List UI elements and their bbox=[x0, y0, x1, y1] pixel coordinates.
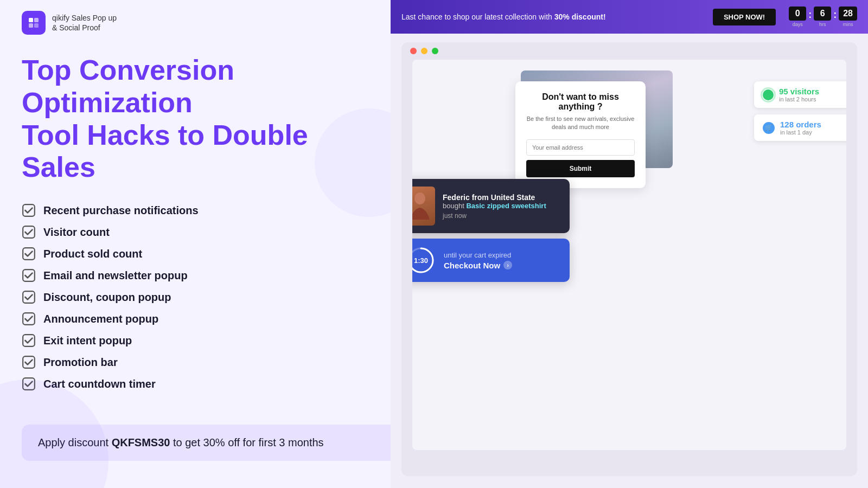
svg-point-13 bbox=[414, 192, 425, 204]
checkmark-icon bbox=[22, 268, 36, 282]
promo-bar-text: Last chance to shop our latest collectio… bbox=[401, 12, 704, 21]
checkmark-icon bbox=[22, 203, 36, 217]
feature-item: Exit intent popup bbox=[22, 333, 380, 348]
feature-item: Email and newsletter popup bbox=[22, 268, 380, 282]
orders-icon: 🛒 bbox=[763, 122, 775, 134]
logo-svg bbox=[27, 16, 40, 29]
browser-content: Don't want to miss anything ? Be the fir… bbox=[412, 60, 846, 450]
timer-message: until your cart expired Checkout Now › bbox=[444, 251, 512, 270]
feature-item: Product sold count bbox=[22, 247, 380, 261]
feature-item: Cart countdown timer bbox=[22, 377, 380, 391]
cart-timer: 1:30 until your cart expired Checkout No… bbox=[412, 239, 570, 282]
email-popup-subtitle: Be the first to see new arrivals, exclus… bbox=[526, 115, 635, 132]
email-popup: Don't want to miss anything ? Be the fir… bbox=[515, 81, 646, 188]
visitors-badge: 95 visitors in last 2 hours bbox=[754, 81, 846, 108]
checkmark-icon bbox=[22, 355, 36, 369]
checkmark-icon bbox=[22, 333, 36, 348]
purchase-notification: Federic from United State bought Basic z… bbox=[412, 179, 570, 233]
badge-panel: 95 visitors in last 2 hours 🛒 128 orders… bbox=[754, 81, 846, 141]
left-content: Top Conversion Optimization Tool Hacks t… bbox=[22, 54, 380, 391]
close-dot bbox=[410, 48, 417, 54]
checkout-arrow-icon: › bbox=[503, 261, 512, 269]
submit-button[interactable]: Submit bbox=[526, 160, 635, 177]
minimize-dot bbox=[421, 48, 427, 54]
bg-circle-1 bbox=[0, 380, 108, 488]
feature-list: Recent purchase notifications Visitor co… bbox=[22, 203, 380, 391]
browser-titlebar bbox=[401, 42, 857, 60]
checkmark-icon bbox=[22, 247, 36, 261]
feature-item: Visitor count bbox=[22, 225, 380, 239]
logo-icon bbox=[22, 11, 46, 35]
visitor-status-icon bbox=[763, 89, 774, 100]
promo-bar: Last chance to shop our latest collectio… bbox=[391, 0, 868, 34]
maximize-dot bbox=[432, 48, 438, 54]
notif-avatar bbox=[412, 187, 435, 226]
orders-badge: 🛒 128 orders in last 1 day bbox=[754, 114, 846, 141]
timer-days: 0 days bbox=[789, 7, 806, 27]
svg-rect-3 bbox=[34, 23, 39, 28]
shop-now-button[interactable]: SHOP NOW! bbox=[713, 9, 776, 25]
timer-hrs: 6 hrs bbox=[814, 7, 831, 27]
email-popup-title: Don't want to miss anything ? bbox=[526, 92, 635, 112]
svg-rect-1 bbox=[34, 18, 39, 22]
checkmark-icon bbox=[22, 290, 36, 304]
svg-rect-2 bbox=[29, 23, 33, 28]
feature-item: Discount, coupon popup bbox=[22, 290, 380, 304]
svg-rect-0 bbox=[29, 18, 33, 22]
browser-window: Don't want to miss anything ? Be the fir… bbox=[401, 42, 857, 476]
logo-text: qikify Sales Pop up & Social Proof bbox=[52, 13, 117, 33]
countdown-timer: 0 days : 6 hrs : 28 mins bbox=[789, 7, 857, 27]
right-panel: Last chance to shop our latest collectio… bbox=[391, 0, 868, 488]
feature-item: Promotion bar bbox=[22, 355, 380, 369]
countdown-text: 1:30 bbox=[412, 246, 435, 274]
feature-item: Recent purchase notifications bbox=[22, 203, 380, 217]
checkmark-icon bbox=[22, 312, 36, 326]
email-input[interactable] bbox=[526, 139, 635, 156]
orders-info: 128 orders in last 1 day bbox=[780, 120, 821, 136]
notif-text: Federic from United State bought Basic z… bbox=[443, 193, 546, 220]
timer-mins: 28 mins bbox=[839, 7, 857, 27]
avatar-silhouette bbox=[412, 190, 431, 222]
checkmark-icon bbox=[22, 225, 36, 239]
feature-item: Announcement popup bbox=[22, 312, 380, 326]
countdown-circle: 1:30 bbox=[412, 246, 435, 274]
visitors-info: 95 visitors in last 2 hours bbox=[779, 87, 819, 102]
